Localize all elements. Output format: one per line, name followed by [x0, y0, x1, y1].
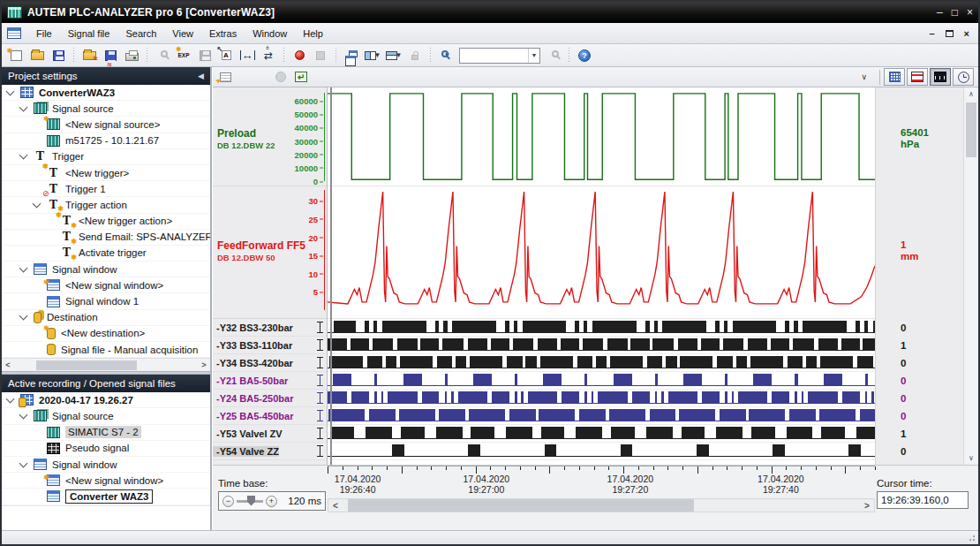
project-item-trigger[interactable]: TTrigger — [2, 149, 210, 165]
menu-view[interactable]: View — [164, 26, 201, 42]
menu-help[interactable]: Help — [295, 26, 331, 42]
chevron-down-icon[interactable] — [19, 102, 28, 111]
zoom-button[interactable] — [153, 47, 172, 64]
digital-plot-row[interactable] — [328, 390, 875, 407]
recording-item-simatic-s7-2[interactable]: SIMATIC S7 - 2 — [2, 425, 210, 441]
scroll-down-icon[interactable]: ∨ — [969, 451, 974, 465]
apply-button[interactable]: ↵ — [291, 69, 311, 86]
project-item-signal-window-1[interactable]: Signal window 1 — [2, 293, 210, 309]
analog-plot[interactable] — [328, 87, 875, 186]
resize-grip[interactable] — [968, 534, 976, 542]
mdi-minimize-button[interactable]: – — [929, 28, 934, 39]
search-dropdown-icon[interactable]: ▼ — [528, 49, 539, 63]
project-item-new-trigger-action[interactable]: T<New trigger action> — [2, 214, 210, 230]
find-next-button[interactable] — [544, 47, 563, 64]
project-item-trigger-1[interactable]: TTrigger 1 — [2, 181, 210, 197]
split-columns-button[interactable]: ▼ — [363, 47, 382, 64]
open-signal-file-button[interactable] — [79, 47, 99, 64]
signal-plot-area[interactable] — [328, 87, 875, 465]
timebase-increase-button[interactable]: + — [266, 496, 277, 507]
chevron-down-icon[interactable] — [19, 151, 28, 160]
recording-item-new-signal-window[interactable]: <New signal window> — [2, 473, 210, 489]
menu-file[interactable]: File — [28, 26, 60, 42]
analog-signal-label[interactable]: PreloadDB 12.DBW 22600005000040000300002… — [213, 87, 327, 186]
project-item-new-signal-source[interactable]: <New signal source> — [2, 117, 210, 133]
digital-signal-label[interactable]: -Y33 BS3-110bar — [213, 337, 327, 354]
scroll-right-icon[interactable]: > — [860, 501, 874, 511]
project-item-send-email-sps-analyzef[interactable]: TSend Email: SPS-ANALYZEF — [2, 230, 210, 246]
save-signal-file-button[interactable] — [101, 47, 120, 64]
annotate-text-button[interactable]: A — [216, 47, 236, 64]
recording-item-converter-waz3[interactable]: Converter WAZ3 — [2, 489, 210, 504]
view-grid-button[interactable] — [884, 68, 905, 86]
view-digital-button[interactable] — [930, 68, 951, 86]
signal-select-dropdown[interactable]: ∨ — [852, 72, 876, 81]
project-item-signal-file-manual-acquisition[interactable]: Signal file - Manual acquisition — [2, 342, 210, 358]
chevron-down-icon[interactable] — [19, 312, 28, 321]
digital-signal-label[interactable]: -Y24 BA5-250bar — [213, 390, 327, 407]
scroll-left-icon[interactable]: < — [2, 360, 14, 369]
record-button[interactable] — [290, 47, 309, 64]
fit-width-button[interactable]: ↔ — [237, 47, 257, 64]
help-button[interactable]: ? — [575, 47, 594, 64]
signal-properties-button[interactable] — [215, 69, 235, 86]
vertical-scrollbar[interactable]: ∧ ∨ — [963, 87, 978, 465]
project-tree-hscrollbar[interactable]: < > — [2, 358, 210, 371]
analog-signal-label[interactable]: FeedForward FF5DB 12.DBW 5030252015105 — [213, 186, 327, 319]
project-item-new-signal-window[interactable]: <New signal window> — [2, 277, 210, 293]
recording-item-signal-source[interactable]: Signal source — [2, 408, 210, 424]
new-project-button[interactable] — [6, 47, 26, 64]
project-item-m51725-10-1-21-67[interactable]: m51725 - 10.1.21.67 — [2, 133, 210, 149]
chevron-down-icon[interactable] — [19, 411, 28, 420]
project-item-converterwaz3[interactable]: ConverterWAZ3 — [2, 85, 210, 101]
save-project-button[interactable] — [49, 47, 68, 64]
hscrollbar-thumb[interactable] — [348, 499, 695, 512]
timebase-decrease-button[interactable]: − — [222, 496, 234, 507]
recording-item-pseudo-signal[interactable]: Pseudo signal — [2, 441, 210, 457]
export-exp-button[interactable]: EXP — [174, 47, 193, 64]
print-button[interactable] — [122, 47, 141, 64]
menu-signal-file[interactable]: Signal file — [60, 26, 118, 42]
menu-search[interactable]: Search — [117, 26, 164, 42]
cascade-windows-button[interactable] — [342, 47, 361, 64]
scroll-left-icon[interactable]: < — [328, 501, 343, 511]
recording-item-signal-window[interactable]: Signal window — [2, 457, 210, 473]
project-item-new-trigger[interactable]: T<New trigger> — [2, 165, 210, 181]
digital-plot-row[interactable] — [328, 319, 875, 337]
digital-plot-row[interactable] — [328, 337, 875, 354]
scroll-up-icon[interactable]: ∧ — [969, 87, 974, 101]
split-rows-button[interactable]: ▼ — [384, 47, 403, 64]
digital-signal-label[interactable]: -Y53 Valvel ZV — [213, 425, 327, 443]
digital-signal-label[interactable]: -Y54 Valve ZZ — [213, 443, 327, 460]
project-item-signal-source[interactable]: Signal source — [2, 101, 210, 117]
digital-plot-row[interactable] — [328, 407, 875, 425]
collapse-panel-icon[interactable]: ◀ — [198, 72, 204, 80]
digital-signal-label[interactable]: -Y25 BA5-450bar — [213, 407, 327, 425]
mdi-restore-button[interactable] — [946, 30, 954, 37]
close-button[interactable]: × — [967, 6, 973, 19]
chevron-down-icon[interactable] — [6, 394, 15, 403]
cursor-time-field[interactable]: 19:26:39.160,0 — [877, 491, 969, 509]
digital-signal-label[interactable]: -Y34 BS3-420bar — [213, 354, 327, 372]
digital-plot-row[interactable] — [328, 372, 875, 390]
digital-signal-label[interactable]: -Y21 BA5-50bar — [213, 372, 327, 390]
timebase-slider[interactable] — [237, 500, 263, 503]
project-item-activate-trigger[interactable]: TActivate trigger — [2, 246, 210, 262]
timebase-slider-thumb[interactable] — [247, 496, 255, 506]
chevron-down-icon[interactable] — [19, 459, 28, 467]
digital-signal-label[interactable]: -Y32 BS3-230bar — [213, 319, 327, 337]
digital-plot-row[interactable] — [328, 354, 875, 372]
mdi-close-button[interactable]: × — [964, 28, 969, 39]
menu-extras[interactable]: Extras — [201, 26, 245, 42]
chevron-down-icon[interactable] — [6, 87, 15, 95]
sync-lock-button[interactable] — [405, 47, 425, 64]
scrollbar-thumb[interactable] — [36, 360, 137, 370]
menu-window[interactable]: Window — [245, 26, 295, 42]
view-analog-button[interactable] — [907, 68, 928, 86]
recording-item-2020-04-17-19-26-27[interactable]: 2020-04-17 19.26.27 — [2, 392, 210, 408]
chevron-down-icon[interactable] — [19, 263, 28, 272]
project-item-trigger-action[interactable]: TTrigger action — [2, 197, 210, 213]
digital-plot-row[interactable] — [328, 443, 875, 460]
horizontal-scrollbar[interactable]: < > — [328, 498, 875, 512]
document-window-icon[interactable] — [7, 27, 21, 39]
